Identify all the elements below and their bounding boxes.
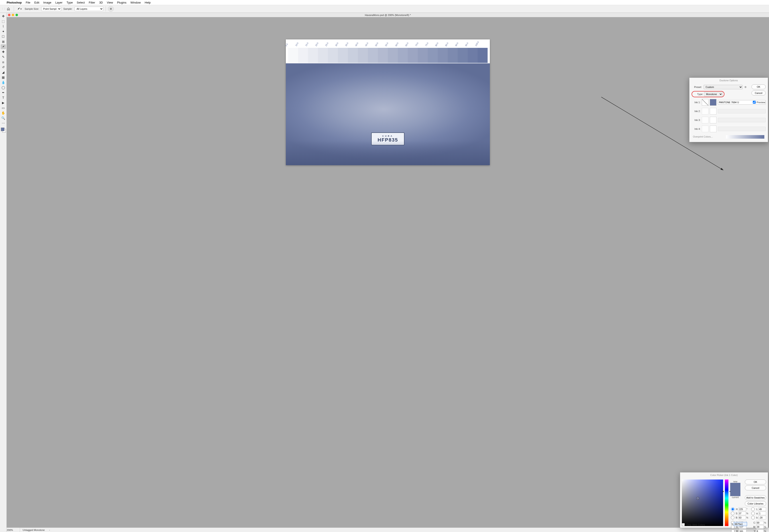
duotone-cancel-button[interactable]: Cancel — [751, 91, 766, 95]
preset-gear-icon[interactable]: ⚙ — [744, 86, 748, 89]
menu-edit[interactable]: Edit — [34, 1, 39, 4]
menu-select[interactable]: Select — [77, 1, 85, 4]
colorpicker-cancel-button[interactable]: Cancel — [745, 485, 766, 490]
gradient-step-swatch — [478, 48, 488, 63]
shape-tool[interactable]: ▭ — [1, 105, 6, 110]
ink2-label: Ink 2: — [692, 110, 701, 113]
gradient-step-swatch — [288, 48, 298, 63]
h-field[interactable] — [739, 507, 746, 511]
brush-tool[interactable]: ✎ — [1, 54, 6, 59]
clone-tool[interactable]: ⧇ — [1, 60, 6, 64]
overprint-colors-button[interactable]: Overprint Colors... — [692, 134, 713, 140]
svg-point-1 — [111, 9, 111, 9]
menu-type[interactable]: Type — [66, 1, 73, 4]
sampling-ring-button[interactable] — [108, 6, 114, 12]
new-color-swatch — [730, 483, 740, 489]
l-field[interactable] — [759, 507, 766, 511]
gradient-tool[interactable]: ▦ — [1, 75, 6, 80]
ink1-color-swatch[interactable] — [710, 99, 716, 106]
hue-slider[interactable] — [725, 480, 728, 526]
current-color-swatch[interactable] — [730, 489, 740, 496]
preset-select[interactable]: Custom — [704, 85, 743, 89]
eyedropper-tool[interactable] — [1, 44, 6, 49]
add-to-swatches-button[interactable]: Add to Swatches — [745, 495, 766, 500]
duotone-ok-button[interactable]: OK — [751, 84, 766, 89]
menu-filter[interactable]: Filter — [89, 1, 95, 4]
b-field[interactable] — [759, 516, 766, 519]
minimize-window-button[interactable] — [12, 14, 14, 16]
eyedropper-current-tool-icon[interactable]: ▾ — [16, 6, 22, 12]
menu-3d[interactable]: 3D — [99, 1, 103, 4]
ink1-curve-button[interactable] — [702, 99, 709, 106]
bblue-field[interactable] — [739, 529, 746, 532]
type-select[interactable]: Monotone — [704, 92, 723, 96]
frame-tool[interactable]: ⊠ — [1, 39, 6, 44]
bv-field[interactable] — [738, 516, 746, 519]
menu-help[interactable]: Help — [145, 1, 151, 4]
zoom-tool[interactable]: 🔍 — [1, 116, 6, 120]
h-radio[interactable] — [730, 507, 735, 511]
preview-checkbox[interactable] — [753, 101, 756, 104]
canvas[interactable]: 5 k10 k15 k20 k25 k30 k35 k40 k45 k50 k5… — [7, 17, 769, 528]
b-radio[interactable] — [751, 516, 755, 519]
path-select-tool[interactable]: ▶ — [1, 100, 6, 105]
lasso-tool[interactable]: ⌇ — [1, 24, 6, 29]
color-libraries-button[interactable]: Color Libraries — [745, 501, 766, 506]
l-radio[interactable] — [750, 507, 755, 511]
quick-select-tool[interactable]: ✦ — [1, 29, 6, 34]
eraser-tool[interactable]: ◢ — [1, 70, 6, 75]
blur-tool[interactable]: 💧 — [1, 80, 6, 85]
healing-tool[interactable]: ✚ — [1, 49, 6, 54]
menu-layer[interactable]: Layer — [55, 1, 62, 4]
a-radio[interactable] — [751, 512, 755, 515]
menu-image[interactable]: Image — [43, 1, 51, 4]
bblue-label: B: — [736, 530, 738, 532]
preview-label: Preview — [757, 101, 765, 104]
c-field[interactable] — [756, 521, 764, 524]
foreground-color-swatch[interactable] — [1, 128, 4, 131]
bv-radio[interactable] — [730, 516, 735, 519]
app-name[interactable]: Photoshop — [7, 1, 22, 4]
history-brush-tool[interactable]: ↺ — [1, 65, 6, 70]
only-web-colors-checkbox[interactable] — [682, 523, 685, 526]
move-tool[interactable]: ✥ — [1, 14, 6, 19]
color-swatches[interactable] — [1, 128, 6, 132]
home-button[interactable] — [5, 6, 12, 12]
edit-toolbar[interactable]: ⋯ — [1, 121, 6, 126]
status-chevron-icon[interactable]: › — [49, 529, 50, 531]
menu-plugins[interactable]: Plugins — [117, 1, 127, 4]
crop-tool[interactable]: ☐ — [1, 34, 6, 39]
colorpicker-ok-button[interactable]: OK — [745, 480, 766, 484]
ink4-row: Ink 4: — [692, 126, 766, 132]
sample-select[interactable]: All Layers — [74, 7, 103, 11]
color-field[interactable] — [682, 480, 723, 526]
close-window-button[interactable] — [8, 14, 10, 16]
gradient-step-label: 75 k — [425, 37, 432, 47]
bblue-radio[interactable] — [730, 529, 736, 532]
type-tool[interactable]: T — [1, 95, 6, 100]
menu-view[interactable]: View — [107, 1, 113, 4]
a-label: a: — [756, 512, 758, 515]
hand-tool[interactable]: ✋ — [1, 111, 6, 115]
maximize-window-button[interactable] — [16, 14, 18, 16]
hex-field[interactable] — [734, 522, 747, 526]
main-area: ✥ ⬚ ⌇ ✦ ☐ ⊠ ✚ ✎ ⧇ ↺ ◢ ▦ 💧 ◯ ✒ T ▶ ▭ ✋ 🔍 … — [0, 13, 769, 532]
hue-slider-thumb[interactable] — [724, 491, 729, 492]
menu-window[interactable]: Window — [130, 1, 140, 4]
ink1-label: Ink 1: — [692, 101, 701, 104]
pen-tool[interactable]: ✒ — [1, 90, 6, 95]
dodge-tool[interactable]: ◯ — [1, 85, 6, 90]
m-field[interactable] — [756, 525, 764, 529]
s-field[interactable] — [738, 512, 746, 515]
gradient-step-label: 70 k — [415, 37, 422, 47]
type-highlight-annotation: Type: Monotone — [692, 91, 724, 97]
a-field[interactable] — [759, 512, 766, 515]
s-radio[interactable] — [730, 512, 735, 515]
zoom-level[interactable]: 200% — [7, 528, 20, 532]
y-field[interactable] — [756, 529, 764, 532]
menu-file[interactable]: File — [26, 1, 30, 4]
gradient-step-label: 15 k — [305, 37, 312, 47]
sample-size-select[interactable]: Point Sample — [41, 7, 61, 11]
marquee-tool[interactable]: ⬚ — [1, 19, 6, 24]
color-profile-status[interactable]: Untagged Monotone — [20, 529, 47, 531]
